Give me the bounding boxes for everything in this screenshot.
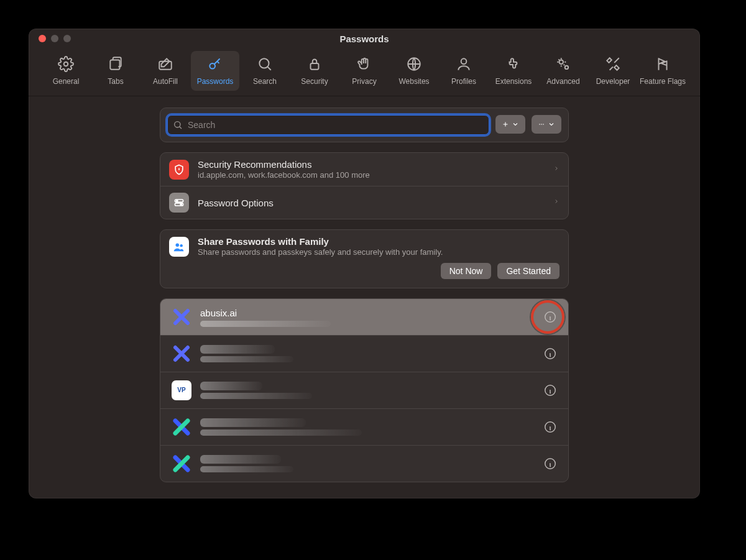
redacted-username [200,429,362,436]
tab-profiles[interactable]: Profiles [440,51,488,91]
tab-feature-flags[interactable]: Feature Flags [638,51,687,91]
globe-icon [406,56,422,75]
search-field-wrapper[interactable] [167,115,489,135]
tab-tabs[interactable]: Tabs [91,51,140,91]
chevron-right-icon [553,197,560,208]
share-passwords-card: Share Passwords with Family Share passwo… [160,229,569,288]
site-favicon [172,454,191,474]
search-input[interactable] [186,119,484,131]
site-favicon: VP [172,380,191,400]
password-row[interactable]: VP [160,372,568,408]
site-favicon [172,417,191,437]
preferences-toolbar: General Tabs AutoFill Passwords Search S… [29,48,700,96]
share-subtitle: Share passwords and passkeys safely and … [198,247,560,257]
highlight-ring [531,300,564,334]
toggles-icon [169,193,189,213]
chevron-down-icon [548,121,555,128]
row-title: Security Recommendations [198,159,545,170]
tab-label: Feature Flags [640,77,686,86]
tab-label: General [53,77,80,86]
site-name: abusix.ai [200,308,535,318]
pencil-card-icon [157,56,173,75]
not-now-button[interactable]: Not Now [441,263,492,279]
redacted-site [200,345,275,354]
svg-rect-1 [110,60,119,70]
svg-point-17 [180,204,182,206]
svg-point-16 [176,200,178,202]
password-row[interactable]: abusix.ai [160,299,568,335]
tab-label: Security [301,77,328,86]
redacted-site [200,382,262,390]
people-icon [169,237,189,257]
site-favicon [172,307,191,327]
key-icon [207,56,223,75]
tab-developer[interactable]: Developer [589,51,637,91]
svg-point-8 [560,60,564,65]
svg-point-10 [175,122,180,127]
redacted-username [200,466,293,472]
redacted-username [200,321,331,327]
tab-advanced[interactable]: Advanced [539,51,587,91]
chevron-right-icon [553,164,560,175]
person-icon [456,56,472,75]
more-actions-button[interactable] [532,115,561,134]
redacted-username [200,393,312,399]
redacted-site [200,418,306,427]
shield-alert-icon [169,160,189,180]
svg-point-13 [543,124,544,125]
row-subtitle: id.apple.com, work.facebook.com and 100 … [198,170,545,180]
site-favicon [172,344,191,364]
add-password-button[interactable] [495,115,525,134]
svg-point-19 [180,244,182,246]
tab-label: Developer [596,77,630,86]
tab-privacy[interactable]: Privacy [340,51,389,91]
titlebar: Passwords [29,29,700,48]
redacted-site [200,455,281,464]
plus-icon [502,121,509,128]
tools-icon [605,56,621,75]
info-button[interactable] [543,347,557,360]
tab-label: Advanced [546,77,579,86]
tabs-icon [108,56,124,75]
tab-search[interactable]: Search [241,51,289,91]
row-title: Password Options [198,198,545,208]
tab-label: Websites [398,77,429,86]
password-row[interactable] [160,445,568,482]
svg-point-18 [176,243,180,247]
lock-icon [306,56,323,75]
svg-rect-5 [311,63,319,70]
gear-icon [58,56,74,75]
info-button[interactable] [543,457,557,470]
get-started-button[interactable]: Get Started [497,263,560,279]
preferences-window: Passwords General Tabs AutoFill Password… [29,29,700,498]
tab-passwords[interactable]: Passwords [191,51,239,91]
search-icon [257,56,273,75]
security-options-card: Security Recommendations id.apple.com, w… [160,152,569,219]
svg-point-11 [539,124,540,125]
tab-websites[interactable]: Websites [390,51,438,91]
svg-point-7 [461,58,467,64]
tab-general[interactable]: General [42,51,90,91]
tab-label: AutoFill [153,77,178,86]
content-area: Security Recommendations id.apple.com, w… [29,96,700,482]
hand-icon [356,56,372,75]
flags-icon [655,56,671,75]
info-button[interactable] [543,383,557,397]
svg-point-4 [259,58,269,68]
password-row[interactable] [160,335,568,372]
tab-security[interactable]: Security [290,51,339,91]
share-title: Share Passwords with Family [198,236,560,247]
search-icon [173,120,183,130]
security-recommendations-row[interactable]: Security Recommendations id.apple.com, w… [160,153,568,186]
window-title: Passwords [29,34,700,44]
tab-extensions[interactable]: Extensions [489,51,538,91]
ellipsis-icon [538,121,545,128]
tab-label: Profiles [451,77,476,86]
tab-label: Search [253,77,277,86]
redacted-username [200,356,293,362]
password-row[interactable] [160,408,568,445]
tab-autofill[interactable]: AutoFill [141,51,190,91]
chevron-down-icon [512,121,519,128]
info-button[interactable] [543,420,557,434]
password-options-row[interactable]: Password Options [160,186,568,219]
